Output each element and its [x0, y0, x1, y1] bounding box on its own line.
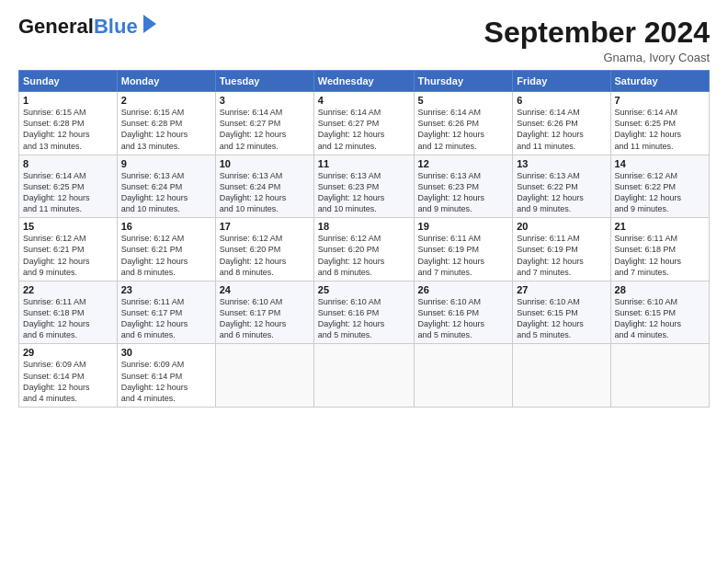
- day-number: 22: [23, 284, 113, 295]
- calendar-cell: 2Sunrise: 6:15 AMSunset: 6:28 PMDaylight…: [117, 92, 215, 155]
- calendar-cell: 27Sunrise: 6:10 AMSunset: 6:15 PMDayligh…: [513, 281, 610, 344]
- day-number: 27: [517, 284, 606, 295]
- calendar-table: Sunday Monday Tuesday Wednesday Thursday…: [18, 70, 710, 408]
- logo-blue: Blue: [94, 15, 138, 38]
- day-info: Sunrise: 6:12 AMSunset: 6:21 PMDaylight:…: [121, 233, 211, 278]
- logo-arrow-icon: [140, 15, 160, 35]
- day-number: 3: [220, 95, 310, 106]
- day-number: 6: [517, 95, 606, 106]
- calendar-cell: 16Sunrise: 6:12 AMSunset: 6:21 PMDayligh…: [117, 218, 215, 282]
- day-number: 21: [615, 221, 705, 232]
- calendar-cell: [215, 344, 313, 408]
- day-number: 25: [318, 284, 410, 295]
- day-number: 30: [121, 347, 211, 358]
- day-info: Sunrise: 6:14 AMSunset: 6:26 PMDaylight:…: [517, 107, 606, 152]
- calendar-cell: [610, 344, 709, 408]
- day-number: 11: [318, 158, 410, 169]
- day-info: Sunrise: 6:11 AMSunset: 6:19 PMDaylight:…: [418, 233, 509, 278]
- day-info: Sunrise: 6:11 AMSunset: 6:18 PMDaylight:…: [23, 296, 113, 341]
- day-number: 23: [121, 284, 211, 295]
- day-info: Sunrise: 6:12 AMSunset: 6:22 PMDaylight:…: [615, 170, 705, 215]
- calendar-cell: 23Sunrise: 6:11 AMSunset: 6:17 PMDayligh…: [117, 281, 215, 344]
- col-monday: Monday: [117, 71, 215, 92]
- calendar-cell: 15Sunrise: 6:12 AMSunset: 6:21 PMDayligh…: [19, 218, 118, 282]
- col-saturday: Saturday: [610, 71, 709, 92]
- day-number: 17: [220, 221, 310, 232]
- calendar-cell: 29Sunrise: 6:09 AMSunset: 6:14 PMDayligh…: [19, 344, 118, 408]
- calendar-week-4: 22Sunrise: 6:11 AMSunset: 6:18 PMDayligh…: [19, 281, 710, 344]
- day-number: 12: [418, 158, 509, 169]
- day-number: 18: [318, 221, 410, 232]
- day-info: Sunrise: 6:10 AMSunset: 6:16 PMDaylight:…: [418, 296, 509, 341]
- day-info: Sunrise: 6:10 AMSunset: 6:16 PMDaylight:…: [318, 296, 410, 341]
- calendar-cell: 30Sunrise: 6:09 AMSunset: 6:14 PMDayligh…: [117, 344, 215, 408]
- calendar-cell: 4Sunrise: 6:14 AMSunset: 6:27 PMDaylight…: [313, 92, 414, 155]
- calendar-cell: 6Sunrise: 6:14 AMSunset: 6:26 PMDaylight…: [513, 92, 610, 155]
- day-number: 1: [23, 95, 113, 106]
- header-row: Sunday Monday Tuesday Wednesday Thursday…: [19, 71, 710, 92]
- col-thursday: Thursday: [414, 71, 513, 92]
- calendar-cell: [513, 344, 610, 408]
- day-info: Sunrise: 6:15 AMSunset: 6:28 PMDaylight:…: [121, 107, 211, 152]
- calendar-cell: 22Sunrise: 6:11 AMSunset: 6:18 PMDayligh…: [19, 281, 118, 344]
- calendar-cell: 19Sunrise: 6:11 AMSunset: 6:19 PMDayligh…: [414, 218, 513, 282]
- logo-general: General: [18, 15, 94, 38]
- day-number: 2: [121, 95, 211, 106]
- day-info: Sunrise: 6:10 AMSunset: 6:15 PMDaylight:…: [615, 296, 705, 341]
- calendar-cell: 10Sunrise: 6:13 AMSunset: 6:24 PMDayligh…: [215, 155, 313, 218]
- day-info: Sunrise: 6:12 AMSunset: 6:20 PMDaylight:…: [220, 233, 310, 278]
- calendar-cell: 24Sunrise: 6:10 AMSunset: 6:17 PMDayligh…: [215, 281, 313, 344]
- day-number: 26: [418, 284, 509, 295]
- calendar-cell: 12Sunrise: 6:13 AMSunset: 6:23 PMDayligh…: [414, 155, 513, 218]
- day-number: 9: [121, 158, 211, 169]
- col-sunday: Sunday: [19, 71, 118, 92]
- day-info: Sunrise: 6:10 AMSunset: 6:17 PMDaylight:…: [220, 296, 310, 341]
- day-number: 14: [615, 158, 705, 169]
- calendar-cell: 21Sunrise: 6:11 AMSunset: 6:18 PMDayligh…: [610, 218, 709, 282]
- day-info: Sunrise: 6:13 AMSunset: 6:22 PMDaylight:…: [517, 170, 606, 215]
- title-block: September 2024 Gnama, Ivory Coast: [484, 17, 710, 64]
- calendar-cell: 20Sunrise: 6:11 AMSunset: 6:19 PMDayligh…: [513, 218, 610, 282]
- day-info: Sunrise: 6:11 AMSunset: 6:19 PMDaylight:…: [517, 233, 606, 278]
- svg-marker-0: [143, 15, 156, 33]
- calendar-cell: 1Sunrise: 6:15 AMSunset: 6:28 PMDaylight…: [19, 92, 118, 155]
- day-info: Sunrise: 6:14 AMSunset: 6:25 PMDaylight:…: [23, 170, 113, 215]
- day-info: Sunrise: 6:11 AMSunset: 6:17 PMDaylight:…: [121, 296, 211, 341]
- day-number: 8: [23, 158, 113, 169]
- calendar-cell: 26Sunrise: 6:10 AMSunset: 6:16 PMDayligh…: [414, 281, 513, 344]
- header: GeneralBlue September 2024 Gnama, Ivory …: [18, 17, 710, 64]
- col-friday: Friday: [513, 71, 610, 92]
- calendar-week-5: 29Sunrise: 6:09 AMSunset: 6:14 PMDayligh…: [19, 344, 710, 408]
- day-number: 20: [517, 221, 606, 232]
- day-number: 5: [418, 95, 509, 106]
- calendar-cell: 13Sunrise: 6:13 AMSunset: 6:22 PMDayligh…: [513, 155, 610, 218]
- col-tuesday: Tuesday: [215, 71, 313, 92]
- day-number: 16: [121, 221, 211, 232]
- day-info: Sunrise: 6:14 AMSunset: 6:27 PMDaylight:…: [220, 107, 310, 152]
- page: GeneralBlue September 2024 Gnama, Ivory …: [0, 0, 728, 417]
- day-info: Sunrise: 6:13 AMSunset: 6:24 PMDaylight:…: [121, 170, 211, 215]
- day-info: Sunrise: 6:13 AMSunset: 6:24 PMDaylight:…: [220, 170, 310, 215]
- day-number: 19: [418, 221, 509, 232]
- calendar-week-2: 8Sunrise: 6:14 AMSunset: 6:25 PMDaylight…: [19, 155, 710, 218]
- day-info: Sunrise: 6:15 AMSunset: 6:28 PMDaylight:…: [23, 107, 113, 152]
- day-info: Sunrise: 6:13 AMSunset: 6:23 PMDaylight:…: [318, 170, 410, 215]
- day-info: Sunrise: 6:12 AMSunset: 6:20 PMDaylight:…: [318, 233, 410, 278]
- logo: GeneralBlue: [18, 17, 160, 37]
- day-info: Sunrise: 6:12 AMSunset: 6:21 PMDaylight:…: [23, 233, 113, 278]
- day-info: Sunrise: 6:09 AMSunset: 6:14 PMDaylight:…: [23, 359, 113, 404]
- day-info: Sunrise: 6:09 AMSunset: 6:14 PMDaylight:…: [121, 359, 211, 404]
- day-info: Sunrise: 6:11 AMSunset: 6:18 PMDaylight:…: [615, 233, 705, 278]
- calendar-cell: [313, 344, 414, 408]
- calendar-cell: 25Sunrise: 6:10 AMSunset: 6:16 PMDayligh…: [313, 281, 414, 344]
- day-number: 24: [220, 284, 310, 295]
- day-number: 28: [615, 284, 705, 295]
- day-number: 4: [318, 95, 410, 106]
- day-info: Sunrise: 6:14 AMSunset: 6:25 PMDaylight:…: [615, 107, 705, 152]
- month-title: September 2024: [484, 17, 710, 49]
- calendar-cell: 7Sunrise: 6:14 AMSunset: 6:25 PMDaylight…: [610, 92, 709, 155]
- calendar-cell: 17Sunrise: 6:12 AMSunset: 6:20 PMDayligh…: [215, 218, 313, 282]
- day-info: Sunrise: 6:10 AMSunset: 6:15 PMDaylight:…: [517, 296, 606, 341]
- calendar-cell: 8Sunrise: 6:14 AMSunset: 6:25 PMDaylight…: [19, 155, 118, 218]
- calendar-cell: 9Sunrise: 6:13 AMSunset: 6:24 PMDaylight…: [117, 155, 215, 218]
